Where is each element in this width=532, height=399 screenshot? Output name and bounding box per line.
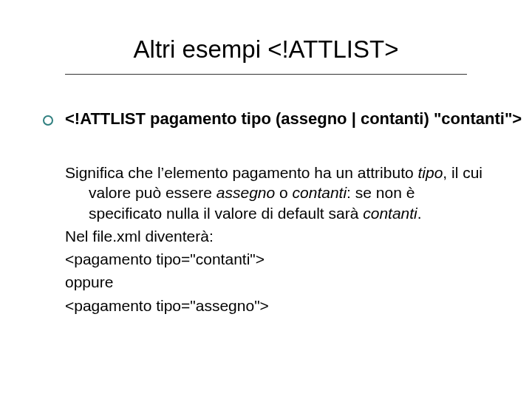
- bullet-icon: [43, 115, 53, 126]
- paragraph-3: <pagamento tipo="contanti">: [65, 249, 488, 269]
- italic-tipo: tipo: [417, 164, 443, 181]
- slide: Altri esempi <!ATTLIST> <!ATTLIST pagame…: [0, 0, 532, 399]
- text: Significa che l’elemento pagamento ha un…: [65, 164, 417, 181]
- title-block: Altri esempi <!ATTLIST>: [0, 35, 532, 75]
- slide-title: Altri esempi <!ATTLIST>: [0, 35, 532, 69]
- italic-contanti-2: contanti: [363, 205, 417, 222]
- attlist-code: <!ATTLIST pagamento tipo (assegno | cont…: [65, 109, 522, 129]
- paragraph-5: <pagamento tipo="assegno">: [65, 296, 488, 316]
- italic-assegno: assegno: [216, 184, 275, 201]
- text: .: [417, 205, 422, 222]
- paragraph-4: oppure: [65, 272, 488, 292]
- body-text: Significa che l’elemento pagamento ha un…: [65, 163, 488, 318]
- paragraph-2: Nel file.xml diventerà:: [65, 226, 488, 246]
- paragraph-1: Significa che l’elemento pagamento ha un…: [65, 163, 488, 223]
- title-rule: [65, 74, 467, 75]
- italic-contanti: contanti: [293, 184, 347, 201]
- text: o: [275, 184, 292, 201]
